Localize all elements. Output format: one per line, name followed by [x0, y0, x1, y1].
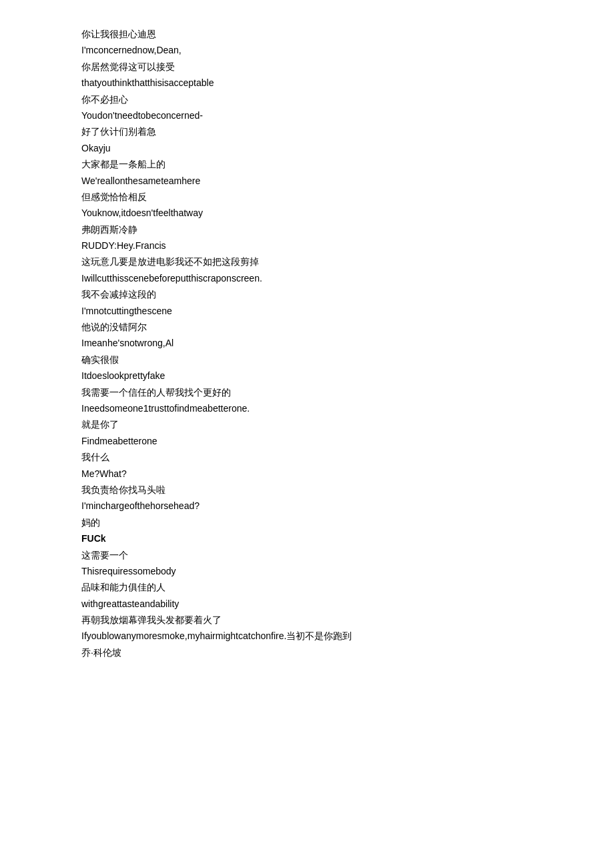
list-item: We'reallonthesameteamhere — [81, 173, 574, 188]
list-item: Thisrequiressomebody — [81, 564, 574, 578]
list-item: 我负责给你找马头啦 — [81, 482, 574, 497]
list-item: 我不会减掉这段的 — [81, 287, 574, 302]
list-item: 妈的 — [81, 515, 574, 530]
text-line: 品味和能力俱佳的人 — [81, 580, 574, 594]
list-item: 他说的没错阿尔 — [81, 320, 574, 334]
list-item: 你让我很担心迪恩 — [81, 27, 574, 41]
text-line: Youknow,itdoesn'tfeelthatway — [81, 205, 574, 220]
list-item: I'minchargeofthehorsehead? — [81, 498, 574, 513]
list-item: Okayju — [81, 141, 574, 155]
list-item: 确实很假 — [81, 352, 574, 367]
list-item: Imeanhe'snotwrong,Al — [81, 336, 574, 350]
text-line: 再朝我放烟幕弹我头发都要着火了 — [81, 612, 574, 627]
text-line: 你居然觉得这可以接受 — [81, 59, 574, 74]
list-item: RUDDY:Hey.Francis — [81, 238, 574, 253]
list-item: 好了伙计们别着急 — [81, 124, 574, 139]
text-line: Thisrequiressomebody — [81, 564, 574, 578]
text-line: RUDDY:Hey.Francis — [81, 238, 574, 253]
text-line: 他说的没错阿尔 — [81, 320, 574, 334]
list-item: 我需要一个信任的人帮我找个更好的 — [81, 385, 574, 400]
list-item: withgreattasteandability — [81, 596, 574, 611]
text-line: 弗朗西斯冷静 — [81, 222, 574, 237]
text-line: Itdoeslookprettyfake — [81, 368, 574, 383]
list-item: FUCk — [81, 531, 574, 546]
main-content: 你让我很担心迪恩I'mconcernednow,Dean,你居然觉得这可以接受t… — [81, 27, 574, 660]
text-line: 你让我很担心迪恩 — [81, 27, 574, 41]
list-item: Findmeabetterone — [81, 434, 574, 448]
list-item: 我什么 — [81, 450, 574, 464]
text-line: Ifyoublowanymoresmoke,myhairmightcatchon… — [81, 628, 574, 643]
text-line: Youdon'tneedtobeconcerned- — [81, 108, 574, 123]
text-line: Findmeabetterone — [81, 434, 574, 448]
list-item: 但感觉恰恰相反 — [81, 189, 574, 204]
text-line: Imeanhe'snotwrong,Al — [81, 336, 574, 350]
list-item: 你不必担心 — [81, 92, 574, 107]
text-line: 妈的 — [81, 515, 574, 530]
text-line: withgreattasteandability — [81, 596, 574, 611]
list-item: 乔·科伦坡 — [81, 645, 574, 660]
text-line: I'mnotcuttingthescene — [81, 304, 574, 318]
text-line: 乔·科伦坡 — [81, 645, 574, 660]
list-item: 就是你了 — [81, 417, 574, 432]
list-item: Ineedsomeone1trusttofindmeabetterone. — [81, 401, 574, 416]
list-item: 大家都是一条船上的 — [81, 157, 574, 171]
text-line: 我负责给你找马头啦 — [81, 482, 574, 497]
text-line: Okayju — [81, 141, 574, 155]
text-line: thatyouthinkthatthisisacceptable — [81, 75, 574, 90]
text-line: 这需要一个 — [81, 548, 574, 562]
text-line: 就是你了 — [81, 417, 574, 432]
text-line: I'mconcernednow,Dean, — [81, 43, 574, 57]
list-item: 品味和能力俱佳的人 — [81, 580, 574, 594]
list-item: Youdon'tneedtobeconcerned- — [81, 108, 574, 123]
text-line: 这玩意几要是放进电影我还不如把这段剪掉 — [81, 254, 574, 269]
text-line: 好了伙计们别着急 — [81, 124, 574, 139]
list-item: 弗朗西斯冷静 — [81, 222, 574, 237]
text-line: Me?What? — [81, 466, 574, 481]
text-line: Ineedsomeone1trusttofindmeabetterone. — [81, 401, 574, 416]
text-line: 我什么 — [81, 450, 574, 464]
list-item: Me?What? — [81, 466, 574, 481]
list-item: 再朝我放烟幕弹我头发都要着火了 — [81, 612, 574, 627]
text-line: 但感觉恰恰相反 — [81, 189, 574, 204]
text-line: Iwillcutthisscenebeforeputthiscraponscre… — [81, 271, 574, 286]
text-line: 确实很假 — [81, 352, 574, 367]
list-item: Iwillcutthisscenebeforeputthiscraponscre… — [81, 271, 574, 286]
list-item: I'mconcernednow,Dean, — [81, 43, 574, 57]
list-item: Ifyoublowanymoresmoke,myhairmightcatchon… — [81, 628, 574, 643]
list-item: 这玩意几要是放进电影我还不如把这段剪掉 — [81, 254, 574, 269]
text-line: I'minchargeofthehorsehead? — [81, 498, 574, 513]
list-item: Itdoeslookprettyfake — [81, 368, 574, 383]
text-line: 你不必担心 — [81, 92, 574, 107]
list-item: 这需要一个 — [81, 548, 574, 562]
text-line: 大家都是一条船上的 — [81, 157, 574, 171]
list-item: I'mnotcuttingthescene — [81, 304, 574, 318]
list-item: Youknow,itdoesn'tfeelthatway — [81, 205, 574, 220]
text-line: FUCk — [81, 531, 574, 546]
text-line: We'reallonthesameteamhere — [81, 173, 574, 188]
text-line: 我不会减掉这段的 — [81, 287, 574, 302]
text-line: 我需要一个信任的人帮我找个更好的 — [81, 385, 574, 400]
list-item: thatyouthinkthatthisisacceptable — [81, 75, 574, 90]
list-item: 你居然觉得这可以接受 — [81, 59, 574, 74]
